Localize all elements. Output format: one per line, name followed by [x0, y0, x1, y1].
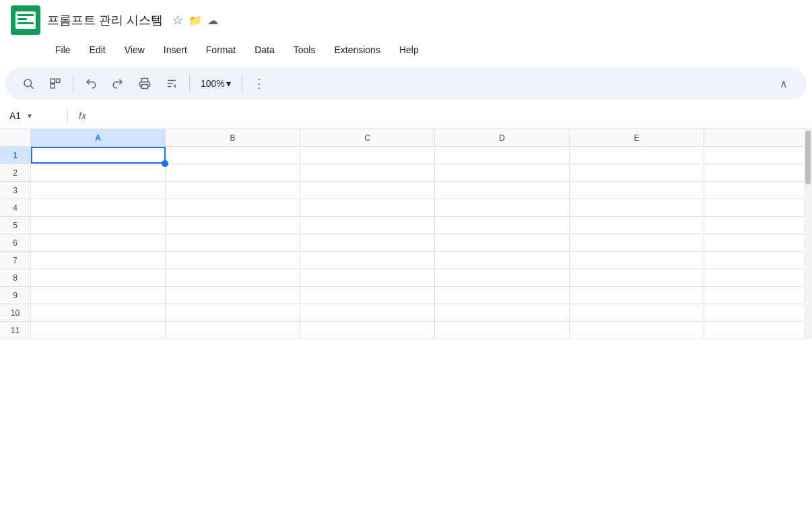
cell-B5[interactable] [166, 217, 300, 234]
row-number-9[interactable]: 9 [0, 287, 31, 304]
cell-E5[interactable] [570, 217, 704, 234]
cell-D10[interactable] [435, 304, 570, 321]
cell-B4[interactable] [166, 199, 300, 216]
cell-C4[interactable] [300, 199, 435, 216]
row-number-11[interactable]: 11 [0, 322, 31, 339]
cloud-icon[interactable]: ☁ [207, 14, 218, 27]
cell-A5[interactable] [31, 217, 166, 234]
cell-E10[interactable] [570, 304, 704, 321]
menu-help[interactable]: Help [391, 42, 427, 58]
cell-C8[interactable] [300, 269, 435, 286]
cell-C11[interactable] [300, 322, 435, 339]
menu-edit[interactable]: Edit [81, 42, 114, 58]
cell-C9[interactable] [300, 287, 435, 304]
menu-extensions[interactable]: Extensions [326, 42, 388, 58]
menu-tools[interactable]: Tools [285, 42, 324, 58]
cell-A9[interactable] [31, 287, 166, 304]
cell-B6[interactable] [166, 234, 300, 251]
cell-F11[interactable] [704, 322, 812, 339]
cell-F4[interactable] [704, 199, 812, 216]
collapse-toolbar-button[interactable]: ∧ [772, 71, 796, 96]
cell-F5[interactable] [704, 217, 812, 234]
zoom-control[interactable]: 100% ▾ [195, 75, 236, 92]
row-number-6[interactable]: 6 [0, 234, 31, 251]
menu-view[interactable]: View [116, 42, 153, 58]
cell-A10[interactable] [31, 304, 166, 321]
cell-E9[interactable] [570, 287, 704, 304]
cell-E2[interactable] [570, 164, 704, 181]
cell-E6[interactable] [570, 234, 704, 251]
col-header-a[interactable]: A [31, 129, 166, 146]
menu-data[interactable]: Data [246, 42, 283, 58]
cell-E3[interactable] [570, 182, 704, 199]
cell-C1[interactable] [300, 147, 435, 164]
cell-D7[interactable] [435, 252, 570, 269]
format-button[interactable] [160, 71, 184, 96]
cell-C10[interactable] [300, 304, 435, 321]
cell-E4[interactable] [570, 199, 704, 216]
cell-A1[interactable] [31, 147, 166, 164]
formula-input[interactable] [94, 110, 807, 121]
cell-B10[interactable] [166, 304, 300, 321]
search-button[interactable] [16, 71, 40, 96]
cell-B1[interactable] [166, 147, 300, 164]
cell-A4[interactable] [31, 199, 166, 216]
cell-C6[interactable] [300, 234, 435, 251]
folder-icon[interactable]: 📁 [189, 14, 202, 27]
row-number-1[interactable]: 1 [0, 147, 31, 164]
format-painter-button[interactable] [43, 71, 67, 96]
vertical-scrollbar[interactable] [804, 129, 812, 339]
print-button[interactable] [133, 71, 157, 96]
col-header-d[interactable]: D [435, 129, 570, 146]
cell-E1[interactable] [570, 147, 704, 164]
fill-handle[interactable] [162, 160, 168, 167]
cell-D8[interactable] [435, 269, 570, 286]
row-number-4[interactable]: 4 [0, 199, 31, 216]
cell-D1[interactable] [435, 147, 570, 164]
cell-C7[interactable] [300, 252, 435, 269]
cell-B3[interactable] [166, 182, 300, 199]
v-scrollbar-thumb[interactable] [805, 131, 811, 184]
cell-D9[interactable] [435, 287, 570, 304]
cell-E11[interactable] [570, 322, 704, 339]
cell-F10[interactable] [704, 304, 812, 321]
undo-button[interactable] [79, 71, 103, 96]
cell-F6[interactable] [704, 234, 812, 251]
row-number-7[interactable]: 7 [0, 252, 31, 269]
cell-A3[interactable] [31, 182, 166, 199]
cell-E7[interactable] [570, 252, 704, 269]
star-icon[interactable]: ☆ [172, 13, 183, 28]
cell-A8[interactable] [31, 269, 166, 286]
cell-D3[interactable] [435, 182, 570, 199]
col-header-c[interactable]: C [300, 129, 435, 146]
cell-A11[interactable] [31, 322, 166, 339]
more-options-button[interactable]: ⋮ [248, 71, 272, 96]
cell-F9[interactable] [704, 287, 812, 304]
cell-F3[interactable] [704, 182, 812, 199]
cell-F2[interactable] [704, 164, 812, 181]
row-number-10[interactable]: 10 [0, 304, 31, 321]
row-number-2[interactable]: 2 [0, 164, 31, 181]
menu-format[interactable]: Format [198, 42, 244, 58]
cell-A6[interactable] [31, 234, 166, 251]
row-number-8[interactable]: 8 [0, 269, 31, 286]
menu-file[interactable]: File [47, 42, 79, 58]
cell-D4[interactable] [435, 199, 570, 216]
cell-F8[interactable] [704, 269, 812, 286]
cell-B2[interactable] [166, 164, 300, 181]
cell-D6[interactable] [435, 234, 570, 251]
cell-A2[interactable] [31, 164, 166, 181]
cell-B8[interactable] [166, 269, 300, 286]
cell-A7[interactable] [31, 252, 166, 269]
cell-B7[interactable] [166, 252, 300, 269]
row-number-5[interactable]: 5 [0, 217, 31, 234]
cell-C5[interactable] [300, 217, 435, 234]
cell-E8[interactable] [570, 269, 704, 286]
cell-B11[interactable] [166, 322, 300, 339]
redo-button[interactable] [106, 71, 130, 96]
col-header-b[interactable]: B [166, 129, 300, 146]
row-number-3[interactable]: 3 [0, 182, 31, 199]
col-header-e[interactable]: E [570, 129, 704, 146]
cell-D5[interactable] [435, 217, 570, 234]
menu-insert[interactable]: Insert [156, 42, 195, 58]
